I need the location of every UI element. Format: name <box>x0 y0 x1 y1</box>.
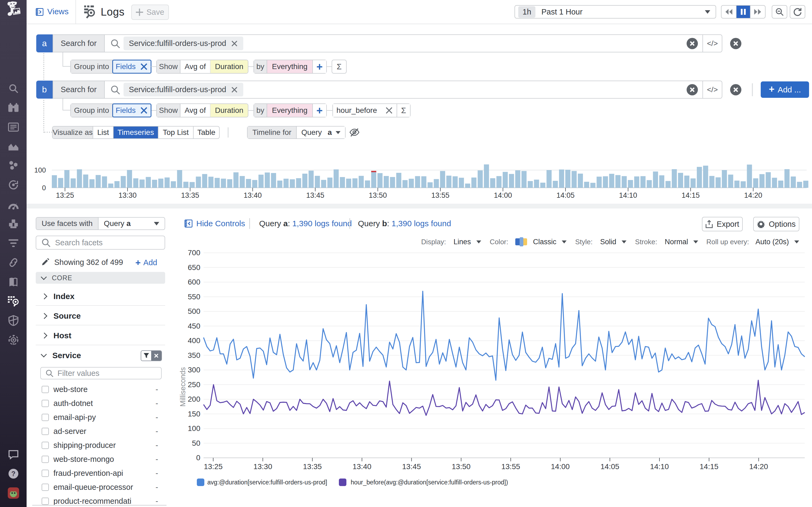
svg-text:14:20: 14:20 <box>744 191 762 200</box>
svg-text:13:35: 13:35 <box>303 462 322 471</box>
svg-text:13:55: 13:55 <box>431 191 449 200</box>
svg-text:avg:@duration[service:fulfill-: avg:@duration[service:fulfill-orders-us-… <box>207 479 327 486</box>
svg-text:13:30: 13:30 <box>253 462 272 471</box>
svg-text:14:00: 14:00 <box>551 462 570 471</box>
svg-text:400: 400 <box>188 336 200 345</box>
svg-text:14:20: 14:20 <box>749 462 768 471</box>
svg-text:700: 700 <box>188 248 200 257</box>
svg-text:13:50: 13:50 <box>369 191 387 200</box>
svg-text:14:15: 14:15 <box>700 462 719 471</box>
svg-text:150: 150 <box>188 410 200 418</box>
svg-text:0: 0 <box>196 454 200 462</box>
svg-text:Milliseconds: Milliseconds <box>179 367 187 406</box>
svg-text:0: 0 <box>42 184 46 192</box>
svg-text:350: 350 <box>188 351 200 359</box>
svg-text:13:40: 13:40 <box>244 191 262 200</box>
svg-text:600: 600 <box>188 278 200 286</box>
svg-text:100: 100 <box>188 424 200 433</box>
svg-text:13:25: 13:25 <box>56 191 74 200</box>
svg-text:13:50: 13:50 <box>452 462 471 471</box>
svg-text:hour_before(avg:@duration[serv: hour_before(avg:@duration[service:fulfil… <box>351 479 508 486</box>
svg-text:14:05: 14:05 <box>556 191 575 200</box>
svg-text:13:40: 13:40 <box>353 462 371 471</box>
svg-text:300: 300 <box>188 366 200 374</box>
svg-text:14:00: 14:00 <box>494 191 512 200</box>
svg-text:14:15: 14:15 <box>682 191 700 200</box>
svg-text:13:30: 13:30 <box>118 191 137 200</box>
svg-text:?: ? <box>11 470 15 477</box>
svg-text:50: 50 <box>192 439 200 447</box>
svg-text:14:10: 14:10 <box>619 191 637 200</box>
svg-text:14:05: 14:05 <box>601 462 619 471</box>
svg-text:13:55: 13:55 <box>501 462 520 471</box>
svg-text:13:35: 13:35 <box>181 191 199 200</box>
svg-text:250: 250 <box>188 381 200 389</box>
svg-text:450: 450 <box>188 322 200 330</box>
svg-text:100: 100 <box>35 166 46 174</box>
svg-text:13:25: 13:25 <box>204 462 223 471</box>
svg-text:13:45: 13:45 <box>306 191 324 200</box>
svg-text:200: 200 <box>188 395 200 403</box>
svg-text:650: 650 <box>188 263 200 272</box>
svg-text:13:45: 13:45 <box>402 462 421 471</box>
svg-text:14:10: 14:10 <box>650 462 669 471</box>
svg-text:500: 500 <box>188 307 200 316</box>
svg-text:550: 550 <box>188 293 200 301</box>
